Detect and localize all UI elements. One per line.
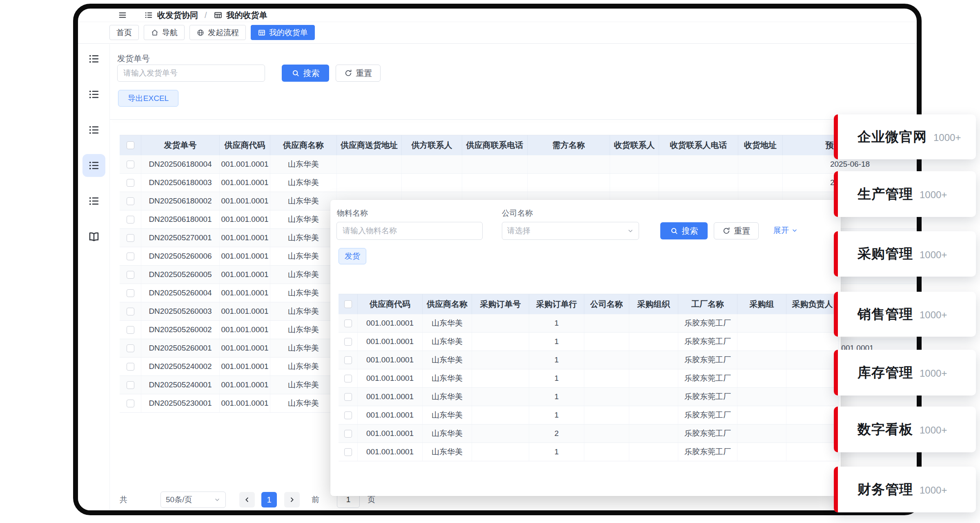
- table-cell: [402, 155, 462, 173]
- table-cell: [629, 388, 678, 406]
- row-checkbox[interactable]: [127, 234, 134, 242]
- column-header: 需方名称: [528, 135, 610, 155]
- row-checkbox-cell: [120, 266, 141, 284]
- select-all-checkbox[interactable]: [344, 300, 352, 308]
- breadcrumb-page[interactable]: 我的收货单: [227, 10, 267, 21]
- dialog-reset-button[interactable]: 重置: [714, 222, 759, 239]
- row-checkbox[interactable]: [127, 216, 134, 224]
- row-checkbox-cell: [120, 358, 141, 375]
- row-checkbox[interactable]: [127, 381, 134, 389]
- table-cell: 山东华美: [270, 394, 337, 412]
- table-cell: [528, 174, 610, 192]
- dialog-search-button[interactable]: 搜索: [660, 222, 708, 239]
- side-card-1[interactable]: 企业微官网1000+: [834, 114, 976, 159]
- row-checkbox[interactable]: [127, 289, 134, 297]
- tab-my-receipts[interactable]: 我的收货单: [251, 25, 315, 40]
- table-cell: [629, 351, 678, 369]
- table-cell: [472, 443, 529, 461]
- export-excel-button[interactable]: 导出EXCEL: [118, 90, 178, 107]
- sidebar-item-2[interactable]: [82, 83, 105, 106]
- side-card-6[interactable]: 数字看板1000+: [834, 407, 976, 452]
- table-cell: DN202505260006: [141, 247, 220, 265]
- side-card-3[interactable]: 采购管理1000+: [834, 231, 976, 277]
- search-button[interactable]: 搜索: [282, 65, 329, 82]
- page: 收发货协同 / 我的收货单 首页导航发起流程我的收货单 发货单号 搜索 重置 导…: [0, 0, 980, 523]
- tab-home[interactable]: 首页: [109, 25, 139, 40]
- row-checkbox[interactable]: [127, 197, 134, 205]
- table-cell: [472, 314, 529, 332]
- company-select[interactable]: 请选择: [502, 222, 639, 240]
- delivery-no-input[interactable]: [117, 65, 265, 82]
- table-cell: [584, 425, 629, 443]
- row-checkbox[interactable]: [127, 308, 134, 315]
- tab-navigation[interactable]: 导航: [144, 25, 185, 40]
- side-card-badge: 1000+: [920, 368, 947, 379]
- sidebar-item-3[interactable]: [82, 118, 105, 141]
- reset-button[interactable]: 重置: [336, 65, 381, 82]
- material-name-input[interactable]: [336, 222, 483, 240]
- next-page-button[interactable]: [284, 492, 300, 507]
- cell-text: 1: [555, 447, 559, 456]
- table-cell: 001.001.0001: [220, 192, 270, 210]
- table-cell: [472, 425, 529, 443]
- sidebar-item-1[interactable]: [82, 47, 105, 70]
- side-card-2[interactable]: 生产管理1000+: [834, 171, 976, 217]
- row-checkbox[interactable]: [344, 430, 352, 438]
- table-cell: 1: [529, 314, 584, 332]
- row-checkbox[interactable]: [344, 448, 352, 456]
- ship-button-label: 发货: [345, 251, 360, 262]
- cell-text: 山东华美: [288, 343, 319, 353]
- row-checkbox[interactable]: [344, 338, 352, 346]
- page-1-button[interactable]: 1: [261, 492, 277, 507]
- table-cell: [738, 155, 783, 173]
- export-excel-label: 导出EXCEL: [128, 93, 169, 104]
- cell-text: 001.001.0001: [221, 288, 268, 297]
- prev-page-button[interactable]: [239, 492, 255, 507]
- row-checkbox[interactable]: [344, 375, 352, 382]
- row-checkbox[interactable]: [127, 363, 134, 371]
- side-card-5[interactable]: 库存管理1000+: [834, 350, 976, 396]
- red-accent-bar: [834, 350, 838, 396]
- sidebar-item-4[interactable]: [82, 154, 105, 177]
- tab-start-flow[interactable]: 发起流程: [189, 25, 246, 40]
- table-cell: 山东华美: [270, 247, 337, 265]
- row-checkbox[interactable]: [344, 393, 352, 401]
- row-checkbox[interactable]: [344, 411, 352, 419]
- page-size-select[interactable]: 50条/页: [160, 492, 226, 508]
- table-cell: 1: [529, 388, 584, 406]
- table-cell: 001.001.0001: [220, 394, 270, 412]
- cell-text: 001.001.0001: [221, 178, 268, 187]
- side-card-badge: 1000+: [920, 309, 947, 321]
- row-checkbox[interactable]: [127, 253, 134, 260]
- column-header: 供应商代码: [358, 294, 423, 314]
- table-cell: [629, 406, 678, 424]
- cell-text: DN202506180001: [149, 215, 212, 224]
- cell-text: 1: [555, 392, 559, 401]
- row-checkbox[interactable]: [344, 320, 352, 327]
- sidebar-item-5[interactable]: [82, 190, 105, 212]
- row-checkbox[interactable]: [344, 356, 352, 364]
- table-cell: [472, 351, 529, 369]
- row-checkbox[interactable]: [127, 271, 134, 279]
- column-header: 供应商名称: [270, 135, 337, 155]
- row-checkbox[interactable]: [127, 161, 134, 168]
- chevron-left-icon: [243, 496, 251, 503]
- breadcrumb-section[interactable]: 收发货协同: [157, 10, 198, 21]
- row-checkbox[interactable]: [127, 179, 134, 187]
- side-card-7[interactable]: 财务管理1000+: [834, 467, 976, 512]
- sidebar-item-6[interactable]: [82, 225, 105, 248]
- ship-button[interactable]: 发货: [339, 248, 366, 264]
- cell-text: 乐胶东莞工厂: [684, 410, 731, 420]
- red-accent-bar: [834, 171, 838, 217]
- hamburger-menu-icon[interactable]: [118, 11, 127, 20]
- cell-text: 山东华美: [432, 336, 463, 347]
- row-checkbox[interactable]: [127, 344, 134, 352]
- select-all-checkbox[interactable]: [127, 141, 134, 149]
- row-checkbox[interactable]: [127, 326, 134, 334]
- cell-text: DN202505260002: [149, 325, 212, 334]
- table-cell: [610, 155, 659, 173]
- side-card-4[interactable]: 销售管理1000+: [834, 292, 976, 337]
- expand-toggle[interactable]: 展开: [773, 225, 798, 236]
- row-checkbox-cell: [120, 247, 141, 265]
- row-checkbox[interactable]: [127, 400, 134, 407]
